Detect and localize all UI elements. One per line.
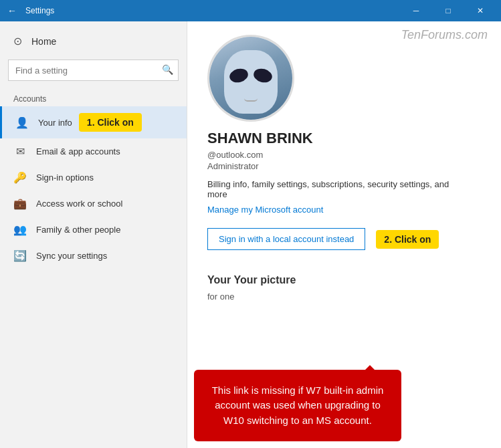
- sync-icon: 🔄: [13, 249, 27, 262]
- main-content: TenForums.com SHAWN BRINK @outlook.com A…: [187, 21, 501, 448]
- user-name: SHAWN BRINK: [207, 130, 313, 147]
- annotation-box: This link is missing if W7 built-in admi…: [194, 370, 401, 442]
- family-icon: 👥: [13, 223, 27, 236]
- sidebar-item-family[interactable]: 👥 Family & other people: [0, 217, 187, 243]
- sidebar-item-sync-label: Sync your settings: [36, 251, 107, 261]
- avatar: [207, 35, 294, 122]
- sidebar-item-email[interactable]: ✉ Email & app accounts: [0, 138, 187, 164]
- sidebar-item-email-label: Email & app accounts: [36, 146, 120, 156]
- window-controls: ─ □ ✕: [401, 0, 496, 21]
- signin-icon: 🔑: [13, 171, 27, 184]
- close-button[interactable]: ✕: [465, 0, 496, 21]
- user-email: @outlook.com: [207, 150, 263, 160]
- sidebar-home-label: Home: [31, 36, 56, 47]
- callout-1-label: 1. Click on: [79, 113, 142, 132]
- your-picture-section: Your Your picture for one: [207, 274, 296, 302]
- sidebar-item-signin-label: Sign-in options: [36, 173, 94, 183]
- alien-head: [224, 50, 278, 114]
- sidebar-item-family-label: Family & other people: [36, 225, 120, 235]
- search-input[interactable]: [8, 60, 179, 81]
- maximize-button[interactable]: □: [433, 0, 464, 21]
- sidebar: ⊙ Home 🔍 Accounts 👤 Your info 1. Click o…: [0, 21, 187, 448]
- alien-eye-right: [252, 66, 274, 84]
- titlebar: ← Settings ─ □ ✕: [0, 0, 501, 21]
- sidebar-item-access-work[interactable]: 💼 Access work or school: [0, 191, 187, 217]
- home-icon: ⊙: [13, 35, 22, 47]
- alien-mouth: [244, 98, 258, 102]
- sidebar-item-access-work-label: Access work or school: [36, 199, 122, 209]
- sidebar-item-your-info[interactable]: 👤 Your info 1. Click on: [0, 106, 187, 138]
- local-account-section: Sign in with a local account instead 2. …: [207, 228, 439, 250]
- watermark: TenForums.com: [401, 28, 488, 42]
- alien-eye-left: [228, 66, 249, 84]
- access-work-icon: 💼: [13, 197, 27, 210]
- accounts-section-label: Accounts: [0, 89, 187, 106]
- sidebar-item-signin[interactable]: 🔑 Sign-in options: [0, 164, 187, 191]
- sidebar-item-sync[interactable]: 🔄 Sync your settings: [0, 243, 187, 269]
- back-button[interactable]: ←: [5, 4, 19, 17]
- sidebar-item-home[interactable]: ⊙ Home: [0, 28, 187, 54]
- billing-info: Billing info, family settings, subscript…: [207, 179, 462, 199]
- email-icon: ✉: [13, 145, 27, 158]
- your-picture-label: Your Your picture: [207, 274, 296, 286]
- profile-section: SHAWN BRINK @outlook.com Administrator B…: [207, 35, 481, 302]
- your-info-icon: 👤: [15, 116, 29, 129]
- callout-2-label: 2. Click on: [376, 230, 439, 249]
- avatar-image: [209, 37, 292, 120]
- user-role: Administrator: [207, 161, 259, 171]
- annotation-text: This link is missing if W7 built-in admi…: [212, 384, 384, 426]
- local-account-button[interactable]: Sign in with a local account instead: [207, 228, 365, 250]
- sidebar-item-your-info-label: Your info: [38, 118, 72, 128]
- for-one-text: for one: [207, 292, 296, 302]
- manage-account-link[interactable]: Manage my Microsoft account: [207, 205, 323, 215]
- titlebar-title: Settings: [25, 6, 401, 15]
- minimize-button[interactable]: ─: [401, 0, 431, 21]
- search-icon: 🔍: [162, 64, 173, 75]
- search-box: 🔍: [8, 60, 179, 81]
- your-picture-prefix: Your: [207, 274, 233, 286]
- app-container: ⊙ Home 🔍 Accounts 👤 Your info 1. Click o…: [0, 21, 501, 448]
